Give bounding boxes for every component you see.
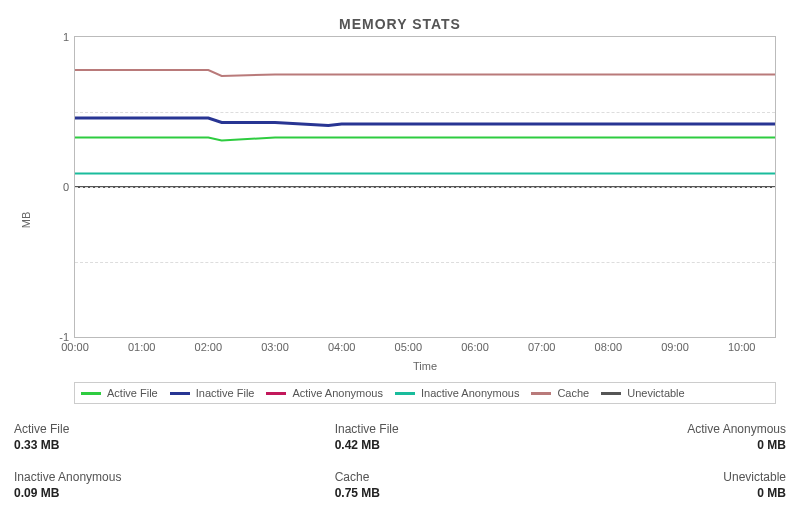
legend-item-unevictable: Unevictable [601,387,684,399]
x-tick: 04:00 [328,337,356,353]
stat-inactive-anon: Inactive Anonymous 0.09 MB [14,470,265,500]
x-tick: 03:00 [261,337,289,353]
x-tick: 06:00 [461,337,489,353]
x-tick: 01:00 [128,337,156,353]
stat-inactive-file: Inactive File 0.42 MB [275,422,526,452]
legend-swatch [395,392,415,395]
stat-label: Active Anonymous [535,422,786,436]
legend-swatch [170,392,190,395]
legend-label: Inactive File [196,387,255,399]
stat-active-file: Active File 0.33 MB [14,422,265,452]
legend-item-active-anon: Active Anonymous [266,387,383,399]
stat-value: 0 MB [535,438,786,452]
stat-active-anon: Active Anonymous 0 MB [535,422,786,452]
stat-value: 0.42 MB [335,438,526,452]
legend-item-cache: Cache [531,387,589,399]
x-tick: 09:00 [661,337,689,353]
chart-legend: Active File Inactive File Active Anonymo… [74,382,776,404]
stat-value: 0.33 MB [14,438,265,452]
legend-label: Inactive Anonymous [421,387,519,399]
x-axis-label: Time [74,360,776,372]
legend-label: Cache [557,387,589,399]
stat-label: Inactive File [335,422,526,436]
x-tick: 10:00 [728,337,756,353]
chart-area: MB -10100:0001:0002:0003:0004:0005:0006:… [14,36,786,404]
legend-item-active-file: Active File [81,387,158,399]
legend-label: Unevictable [627,387,684,399]
x-tick: 02:00 [195,337,223,353]
legend-item-inactive-file: Inactive File [170,387,255,399]
legend-label: Active Anonymous [292,387,383,399]
legend-swatch [601,392,621,395]
stat-label: Unevictable [535,470,786,484]
chart-title: MEMORY STATS [14,16,786,32]
y-tick: 0 [63,181,75,193]
x-tick: 07:00 [528,337,556,353]
y-axis-label: MB [20,212,32,229]
y-tick: 1 [63,31,75,43]
stat-unevictable: Unevictable 0 MB [535,470,786,500]
legend-swatch [81,392,101,395]
stat-value: 0.09 MB [14,486,265,500]
x-tick: 00:00 [61,337,89,353]
legend-swatch [531,392,551,395]
stat-label: Active File [14,422,265,436]
legend-label: Active File [107,387,158,399]
stat-label: Inactive Anonymous [14,470,265,484]
stats-grid: Active File 0.33 MB Inactive File 0.42 M… [14,422,786,500]
legend-item-inactive-anon: Inactive Anonymous [395,387,519,399]
stat-value: 0 MB [535,486,786,500]
x-tick: 08:00 [595,337,623,353]
chart-plot: -10100:0001:0002:0003:0004:0005:0006:000… [74,36,776,338]
x-tick: 05:00 [395,337,423,353]
stat-label: Cache [335,470,526,484]
legend-swatch [266,392,286,395]
stat-value: 0.75 MB [335,486,526,500]
stat-cache: Cache 0.75 MB [275,470,526,500]
